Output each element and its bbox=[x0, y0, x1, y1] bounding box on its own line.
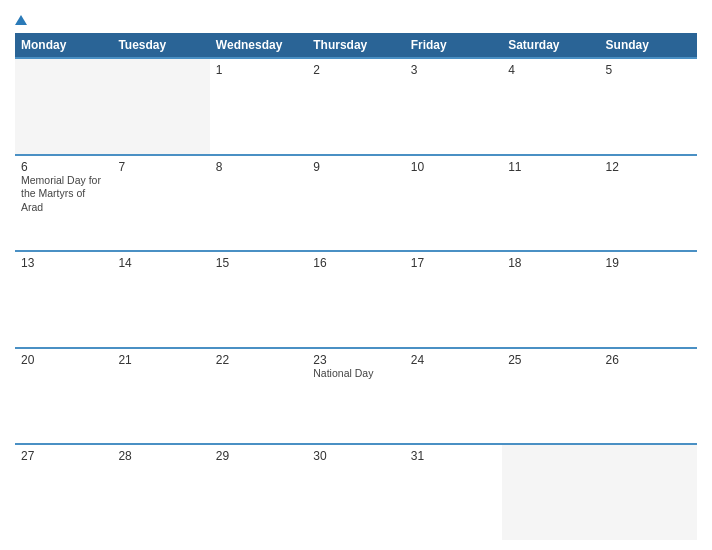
event-label: Memorial Day for the Martyrs of Arad bbox=[21, 174, 101, 213]
cal-cell: 22 bbox=[210, 349, 307, 444]
page-header bbox=[15, 10, 697, 33]
day-number: 10 bbox=[411, 160, 496, 174]
header-day-sunday: Sunday bbox=[600, 33, 697, 57]
cal-cell: 20 bbox=[15, 349, 112, 444]
cal-cell: 15 bbox=[210, 252, 307, 347]
week-row-2: 6Memorial Day for the Martyrs of Arad789… bbox=[15, 154, 697, 251]
logo bbox=[15, 15, 29, 25]
cal-cell: 23National Day bbox=[307, 349, 404, 444]
day-number: 14 bbox=[118, 256, 203, 270]
cal-cell bbox=[112, 59, 209, 154]
cal-cell: 1 bbox=[210, 59, 307, 154]
cal-cell: 11 bbox=[502, 156, 599, 251]
day-number: 4 bbox=[508, 63, 593, 77]
day-number: 30 bbox=[313, 449, 398, 463]
cal-cell bbox=[600, 445, 697, 540]
day-number: 24 bbox=[411, 353, 496, 367]
day-number: 26 bbox=[606, 353, 691, 367]
day-number: 11 bbox=[508, 160, 593, 174]
cal-cell: 3 bbox=[405, 59, 502, 154]
day-number: 6 bbox=[21, 160, 106, 174]
day-number: 15 bbox=[216, 256, 301, 270]
day-number: 9 bbox=[313, 160, 398, 174]
header-day-friday: Friday bbox=[405, 33, 502, 57]
cal-cell: 8 bbox=[210, 156, 307, 251]
cal-cell: 9 bbox=[307, 156, 404, 251]
cal-cell: 10 bbox=[405, 156, 502, 251]
day-number: 8 bbox=[216, 160, 301, 174]
cal-cell: 18 bbox=[502, 252, 599, 347]
cal-cell: 5 bbox=[600, 59, 697, 154]
day-number: 3 bbox=[411, 63, 496, 77]
day-number: 16 bbox=[313, 256, 398, 270]
logo-triangle-icon bbox=[15, 15, 27, 25]
cal-cell: 7 bbox=[112, 156, 209, 251]
cal-cell bbox=[502, 445, 599, 540]
cal-cell: 31 bbox=[405, 445, 502, 540]
cal-cell: 13 bbox=[15, 252, 112, 347]
logo-blue-row bbox=[15, 15, 29, 25]
day-number: 1 bbox=[216, 63, 301, 77]
cal-cell: 6Memorial Day for the Martyrs of Arad bbox=[15, 156, 112, 251]
day-number: 19 bbox=[606, 256, 691, 270]
header-day-thursday: Thursday bbox=[307, 33, 404, 57]
day-number: 23 bbox=[313, 353, 398, 367]
cal-cell: 2 bbox=[307, 59, 404, 154]
day-number: 28 bbox=[118, 449, 203, 463]
day-number: 29 bbox=[216, 449, 301, 463]
week-row-4: 20212223National Day242526 bbox=[15, 347, 697, 444]
day-number: 31 bbox=[411, 449, 496, 463]
calendar-grid: MondayTuesdayWednesdayThursdayFridaySatu… bbox=[15, 33, 697, 540]
cal-cell: 4 bbox=[502, 59, 599, 154]
day-number: 25 bbox=[508, 353, 593, 367]
day-number: 2 bbox=[313, 63, 398, 77]
week-row-3: 13141516171819 bbox=[15, 250, 697, 347]
cal-cell: 25 bbox=[502, 349, 599, 444]
cal-cell: 29 bbox=[210, 445, 307, 540]
header-day-saturday: Saturday bbox=[502, 33, 599, 57]
calendar-header-row: MondayTuesdayWednesdayThursdayFridaySatu… bbox=[15, 33, 697, 57]
day-number: 7 bbox=[118, 160, 203, 174]
week-row-1: 12345 bbox=[15, 57, 697, 154]
header-day-monday: Monday bbox=[15, 33, 112, 57]
day-number: 21 bbox=[118, 353, 203, 367]
cal-cell: 30 bbox=[307, 445, 404, 540]
day-number: 13 bbox=[21, 256, 106, 270]
day-number: 12 bbox=[606, 160, 691, 174]
cal-cell bbox=[15, 59, 112, 154]
event-label: National Day bbox=[313, 367, 373, 379]
cal-cell: 16 bbox=[307, 252, 404, 347]
cal-cell: 26 bbox=[600, 349, 697, 444]
cal-cell: 19 bbox=[600, 252, 697, 347]
cal-cell: 27 bbox=[15, 445, 112, 540]
day-number: 18 bbox=[508, 256, 593, 270]
calendar-page: MondayTuesdayWednesdayThursdayFridaySatu… bbox=[0, 0, 712, 550]
cal-cell: 24 bbox=[405, 349, 502, 444]
cal-cell: 17 bbox=[405, 252, 502, 347]
day-number: 17 bbox=[411, 256, 496, 270]
cal-cell: 12 bbox=[600, 156, 697, 251]
cal-cell: 28 bbox=[112, 445, 209, 540]
day-number: 22 bbox=[216, 353, 301, 367]
day-number: 5 bbox=[606, 63, 691, 77]
cal-cell: 21 bbox=[112, 349, 209, 444]
week-row-5: 2728293031 bbox=[15, 443, 697, 540]
header-day-tuesday: Tuesday bbox=[112, 33, 209, 57]
header-day-wednesday: Wednesday bbox=[210, 33, 307, 57]
cal-cell: 14 bbox=[112, 252, 209, 347]
day-number: 27 bbox=[21, 449, 106, 463]
day-number: 20 bbox=[21, 353, 106, 367]
